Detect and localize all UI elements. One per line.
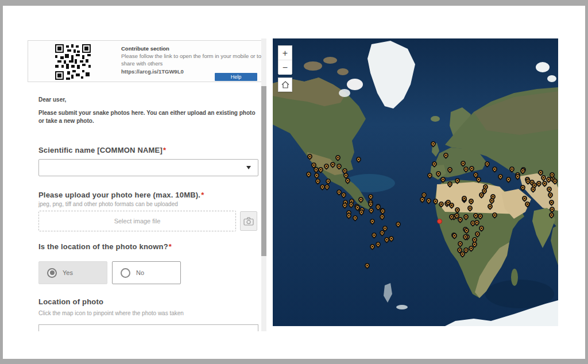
map-pin[interactable]	[439, 176, 447, 183]
zoom-out-button[interactable]: −	[278, 60, 292, 75]
radio-selected-icon	[47, 268, 57, 278]
map-pin[interactable]	[314, 177, 322, 185]
select-image-file-button[interactable]: Select image file	[38, 211, 236, 231]
qr-code-icon	[55, 44, 91, 80]
map-pin[interactable]	[368, 207, 375, 214]
required-asterisk: *	[169, 242, 172, 251]
map-pin[interactable]	[335, 162, 343, 170]
radio-unselected-icon	[121, 268, 130, 278]
map-pin[interactable]	[355, 156, 362, 163]
intro-message: Please submit your snake photos here. Yo…	[38, 109, 260, 125]
option-yes-label: Yes	[63, 269, 73, 276]
option-yes[interactable]: Yes	[38, 261, 107, 284]
camera-icon	[243, 217, 254, 226]
map-pin[interactable]	[466, 204, 474, 212]
map-pin[interactable]	[491, 211, 498, 219]
option-no-label: No	[136, 269, 144, 276]
home-button[interactable]	[278, 78, 292, 92]
map-pin[interactable]	[430, 140, 437, 148]
contribute-section-title: Contribute section	[121, 45, 266, 52]
option-no[interactable]: No	[112, 261, 181, 284]
map-pin[interactable]	[457, 240, 464, 247]
map-pin[interactable]	[548, 199, 555, 206]
red-dot-marker[interactable]	[437, 219, 442, 224]
map-pin[interactable]	[486, 203, 494, 210]
map-pin[interactable]	[305, 171, 312, 178]
map-pin[interactable]	[334, 154, 342, 161]
contribute-header-card: Contribute section Please follow the lin…	[28, 40, 264, 82]
photo-location-hint: Click the map icon to pinpoint where the…	[38, 310, 184, 316]
map-pin[interactable]	[547, 191, 554, 199]
screenshot-frame: Contribute section Please follow the lin…	[0, 0, 588, 364]
map-pin[interactable]	[351, 214, 359, 222]
map-pin[interactable]	[446, 166, 454, 173]
map-pin[interactable]	[519, 184, 527, 191]
contribute-section-subtitle: Please follow the link to open the form …	[121, 53, 266, 68]
map-pin[interactable]	[426, 172, 434, 179]
map-pin[interactable]	[374, 241, 382, 248]
map-pin[interactable]	[446, 180, 454, 188]
map-pin[interactable]	[431, 160, 438, 168]
map-pin[interactable]	[363, 262, 371, 269]
intro-greeting: Dear user,	[38, 96, 66, 103]
map-pin[interactable]	[497, 173, 504, 180]
scientific-name-label: Scientific name [COMMON NAME]*	[38, 146, 166, 154]
map-pin[interactable]	[357, 196, 365, 203]
photo-upload-hint: jpeg, png, tiff and other photo formats …	[38, 201, 178, 207]
scientific-name-select[interactable]	[38, 159, 258, 176]
map-pin[interactable]	[442, 152, 450, 159]
help-button[interactable]: Help	[215, 73, 257, 81]
map-pin[interactable]	[329, 161, 336, 168]
map-pin[interactable]	[323, 162, 330, 170]
map-pin[interactable]	[478, 224, 485, 232]
map-pin[interactable]	[435, 170, 442, 177]
map-pin[interactable]	[370, 231, 378, 239]
map-pin[interactable]	[491, 165, 498, 173]
map-pin[interactable]	[508, 165, 516, 173]
map-pin[interactable]	[467, 198, 475, 205]
photo-location-label: Location of photo	[38, 297, 103, 306]
take-photo-button[interactable]	[240, 211, 257, 231]
map-pin[interactable]	[369, 218, 376, 225]
photo-location-input[interactable]	[38, 324, 258, 331]
form-scrollbar-thumb[interactable]	[261, 86, 266, 256]
chevron-down-icon	[246, 166, 251, 169]
map-pin[interactable]	[306, 153, 314, 160]
map-pin[interactable]	[425, 197, 432, 204]
map-pin[interactable]	[462, 213, 470, 220]
zoom-control: + −	[278, 45, 292, 74]
map-pin[interactable]	[378, 213, 386, 220]
required-asterisk: *	[201, 191, 204, 199]
survey-page: Contribute section Please follow the lin…	[3, 6, 585, 359]
map-pin[interactable]	[483, 160, 491, 168]
required-asterisk: *	[163, 146, 166, 154]
map-pin[interactable]	[468, 165, 475, 172]
map-pin[interactable]	[394, 220, 402, 228]
location-known-label: Is the location of the photo known?*	[38, 242, 172, 251]
world-map[interactable]: + −	[273, 38, 558, 326]
pin-layer	[273, 38, 558, 326]
map-pin[interactable]	[505, 176, 512, 183]
map-pin[interactable]	[548, 211, 555, 219]
photo-upload-label: Please upload your photo here (max. 10MB…	[38, 191, 204, 199]
map-pin[interactable]	[454, 177, 461, 184]
home-icon	[281, 81, 289, 88]
zoom-in-button[interactable]: +	[278, 46, 292, 60]
